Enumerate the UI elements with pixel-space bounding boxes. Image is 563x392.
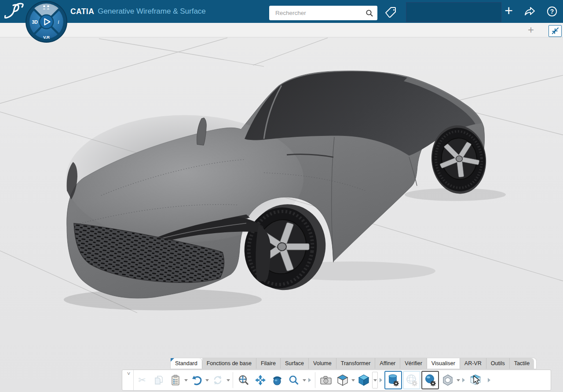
iso-view-button[interactable] (335, 371, 351, 389)
more-render-commands-icon[interactable] (461, 371, 467, 389)
app-name: CATIA (70, 7, 94, 16)
tab-fonctions-de-base[interactable]: Fonctions de base (202, 358, 256, 369)
shading-wireframe-button[interactable] (403, 371, 420, 389)
wire-sphere-gear-icon (406, 374, 418, 387)
search-box[interactable] (269, 6, 377, 20)
sphere-gear-icon (424, 374, 436, 387)
tab-surface[interactable]: Surface (281, 358, 309, 369)
sync-arrows-icon (212, 375, 223, 385)
four-way-arrows-icon (255, 374, 266, 386)
custom-render-style-button[interactable] (440, 371, 456, 389)
active-tab-marker (171, 358, 174, 362)
copy-icon (154, 375, 164, 385)
copy-button[interactable] (151, 371, 167, 389)
svg-text:?: ? (550, 8, 554, 15)
add-panel-button[interactable]: + (528, 24, 534, 36)
more-commands-icon[interactable] (486, 371, 492, 389)
dassault-3ds-logo-icon[interactable] (4, 2, 27, 21)
zoom-dropdown-caret-icon[interactable] (302, 371, 307, 389)
pan-button[interactable] (252, 371, 268, 389)
header-empty-panel (406, 2, 501, 22)
shading-mode-dropdown-caret-icon[interactable] (372, 372, 378, 388)
tab-outils[interactable]: Outils (486, 358, 510, 369)
more-style-commands-icon[interactable] (378, 371, 384, 389)
shading-mode-button[interactable] (356, 371, 372, 389)
panel-strip: + (0, 23, 563, 37)
gear-icon (393, 381, 399, 386)
3dexperience-compass[interactable]: 3D i V.R (25, 0, 68, 43)
undo-dropdown-caret-icon[interactable] (205, 371, 209, 389)
undo-button[interactable] (189, 371, 205, 389)
header-actions: + ? (505, 0, 558, 23)
add-content-button[interactable]: + (505, 4, 513, 18)
hex-gear-icon (442, 374, 454, 386)
tab-volume[interactable]: Volume (309, 358, 336, 369)
compass-i-label: i (58, 18, 59, 25)
compass-vr-label: V.R (43, 35, 50, 40)
tab-transformer[interactable]: Transformer (336, 358, 376, 369)
rotate-button[interactable] (269, 371, 285, 389)
cylinder-gear-icon (387, 374, 399, 387)
cut-button[interactable]: ✂ (134, 371, 150, 389)
undo-arrow-icon (191, 375, 202, 385)
clipboard-icon (170, 374, 181, 386)
tab-filaire[interactable]: Filaire (256, 358, 281, 369)
gear-icon (412, 381, 417, 386)
top-bar: CATIA Generative Wireframe & Surface + (0, 0, 563, 23)
collapse-panels-icon[interactable] (548, 25, 562, 37)
catia-application-window: CATIA Generative Wireframe & Surface + (0, 0, 563, 392)
app-title: CATIA Generative Wireframe & Surface (70, 0, 206, 23)
shading-with-material-button[interactable] (384, 371, 402, 389)
gear-icon (430, 381, 436, 386)
cube-cursor-icon (470, 374, 483, 387)
tag-icon[interactable] (381, 6, 397, 18)
pointer-mode-button[interactable] (467, 371, 486, 389)
action-bar-tabs: Standard Fonctions de base Filaire Surfa… (171, 358, 536, 369)
tab-standard[interactable]: Standard (171, 358, 202, 369)
tab-tactile[interactable]: Tactile (510, 358, 534, 369)
standard-toolbar: ˅ ✂ (122, 370, 551, 391)
search-input[interactable] (274, 9, 365, 17)
magnifier-fit-icon (238, 374, 249, 386)
fit-all-in-button[interactable] (236, 371, 252, 389)
share-icon[interactable] (523, 6, 536, 17)
3d-viewport[interactable] (0, 37, 563, 392)
app-subtitle: Generative Wireframe & Surface (98, 7, 206, 16)
rendering-style-button[interactable] (421, 371, 439, 389)
paste-dropdown-caret-icon[interactable] (184, 371, 188, 389)
toolbar-separator (315, 372, 315, 388)
paste-button[interactable] (168, 371, 183, 389)
compass-3d-label: 3D (32, 19, 38, 25)
help-icon[interactable]: ? (546, 6, 558, 17)
search-icon[interactable] (365, 9, 374, 18)
update-dropdown-caret-icon[interactable] (226, 371, 230, 389)
magnifier-icon (289, 375, 299, 385)
car-model[interactable] (64, 71, 506, 311)
toolbar-collapse-chevron-icon[interactable]: ˅ (124, 370, 134, 390)
zoom-button[interactable] (286, 371, 302, 389)
toolbar-separator (233, 372, 233, 388)
shaded-cube-icon (358, 374, 370, 386)
hand-on-sphere-icon (271, 374, 283, 386)
tab-visualiser[interactable]: Visualiser (427, 358, 460, 369)
tab-verifier[interactable]: Vérifier (400, 358, 427, 369)
wireframe-cube-icon (336, 374, 349, 386)
update-button[interactable] (210, 371, 226, 389)
scissors-icon: ✂ (138, 375, 146, 385)
camera-icon (320, 375, 332, 385)
more-view-commands-icon[interactable] (307, 371, 313, 389)
tab-affiner[interactable]: Affiner (375, 358, 400, 369)
capture-button[interactable] (318, 371, 334, 389)
custom-render-dropdown-caret-icon[interactable] (456, 371, 461, 389)
tab-ar-vr[interactable]: AR-VR (460, 358, 486, 369)
iso-view-dropdown-caret-icon[interactable] (351, 371, 355, 389)
